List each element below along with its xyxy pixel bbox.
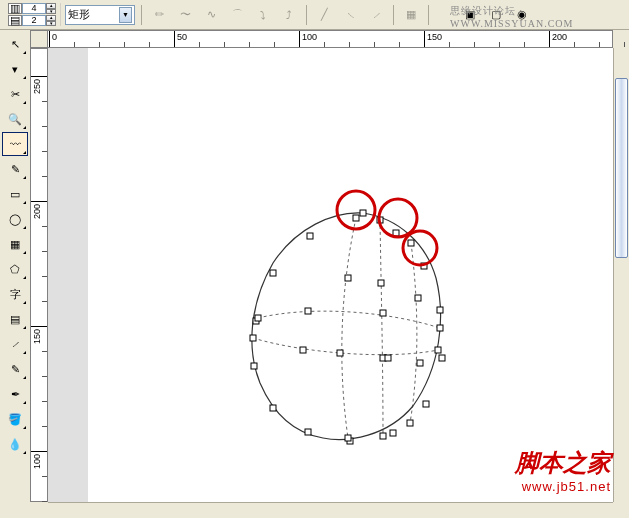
vertical-scrollbar[interactable] [613,48,629,502]
drawing-svg [88,48,613,502]
svg-rect-11 [437,307,443,313]
svg-rect-26 [255,315,261,321]
tool-table[interactable]: ▤ [2,307,28,331]
svg-point-34 [337,191,375,229]
watermark-cn: 脚本之家 [515,447,611,479]
watermark-url: www.jb51.net [515,479,611,494]
svg-rect-0 [360,210,366,216]
curve-c-icon[interactable]: ⌒ [226,4,248,26]
tool-freehand[interactable]: 〰 [2,132,28,156]
pencil-tool-icon[interactable]: ✏ [148,4,170,26]
tool-eyedrop[interactable]: ✎ [2,357,28,381]
svg-rect-30 [250,335,256,341]
svg-rect-32 [385,355,391,361]
watermark-top: 思缘设计论坛 · WWW.MISSYUAN.COM [450,4,629,29]
rows-input[interactable]: 2 [22,15,46,26]
tool-interactive[interactable]: ⟋ [2,332,28,356]
shape-dropdown[interactable]: 矩形 ▼ [65,5,135,25]
svg-rect-22 [408,240,414,246]
tool-dropper[interactable]: 💧 [2,432,28,456]
svg-rect-8 [390,430,396,436]
svg-rect-10 [439,355,445,361]
svg-rect-16 [337,350,343,356]
tool-zoom[interactable]: 🔍 [2,107,28,131]
svg-rect-24 [417,360,423,366]
line-icon[interactable]: ╱ [313,4,335,26]
watermark-bottom: 脚本之家 www.jb51.net [515,447,611,494]
horizontal-scrollbar[interactable] [48,502,613,518]
vertical-ruler: 250200150100 [30,48,48,502]
rows-icon: ▤ [8,15,22,26]
svg-rect-6 [305,429,311,435]
raster-icon[interactable]: ▦ [400,4,422,26]
tool-ellipse[interactable]: ◯ [2,207,28,231]
svg-rect-17 [345,435,351,441]
rows-down[interactable]: ▾ [46,21,56,27]
svg-rect-4 [251,363,257,369]
curve-a-icon[interactable]: 〜 [174,4,196,26]
tool-rect[interactable]: ▭ [2,182,28,206]
tool-outline[interactable]: ✒ [2,382,28,406]
curve-b-icon[interactable]: ∿ [200,4,222,26]
tool-smart[interactable]: ✎ [2,157,28,181]
canvas[interactable] [48,48,613,502]
svg-rect-31 [300,347,306,353]
svg-point-36 [403,231,437,265]
tool-crop[interactable]: ✂ [2,82,28,106]
tool-fill[interactable]: 🪣 [2,407,28,431]
svg-rect-21 [380,433,386,439]
cols-input[interactable]: 4 [22,3,46,14]
svg-rect-33 [435,347,441,353]
svg-rect-28 [380,310,386,316]
spinner-group: ▥ 4 ▴▾ ▤ 2 ▴▾ [4,3,61,26]
svg-rect-29 [437,325,443,331]
horizontal-ruler: 050100150200 [30,30,613,48]
svg-rect-15 [345,275,351,281]
svg-rect-9 [423,401,429,407]
cols-icon: ▥ [8,3,22,14]
seg-b-icon[interactable]: ⟋ [365,4,387,26]
svg-rect-5 [270,405,276,411]
left-toolbox: ↖▾✂🔍〰✎▭◯▦⬠字▤⟋✎✒🪣💧 [0,30,30,518]
svg-rect-14 [353,215,359,221]
curve-d-icon[interactable]: ⤵ [252,4,274,26]
svg-rect-23 [415,295,421,301]
svg-rect-27 [305,308,311,314]
tool-shape[interactable]: ▾ [2,57,28,81]
chevron-down-icon: ▼ [119,7,132,23]
svg-rect-19 [378,280,384,286]
scroll-thumb[interactable] [615,78,628,258]
tool-pick[interactable]: ↖ [2,32,28,56]
curve-e-icon[interactable]: ⤴ [278,4,300,26]
shape-dropdown-label: 矩形 [68,7,90,22]
tool-text[interactable]: 字 [2,282,28,306]
tool-graph[interactable]: ▦ [2,232,28,256]
page [88,48,613,502]
svg-rect-1 [307,233,313,239]
seg-a-icon[interactable]: ⟍ [339,4,361,26]
svg-rect-25 [407,420,413,426]
tool-polygon[interactable]: ⬠ [2,257,28,281]
svg-rect-2 [270,270,276,276]
ruler-origin[interactable] [30,30,48,48]
